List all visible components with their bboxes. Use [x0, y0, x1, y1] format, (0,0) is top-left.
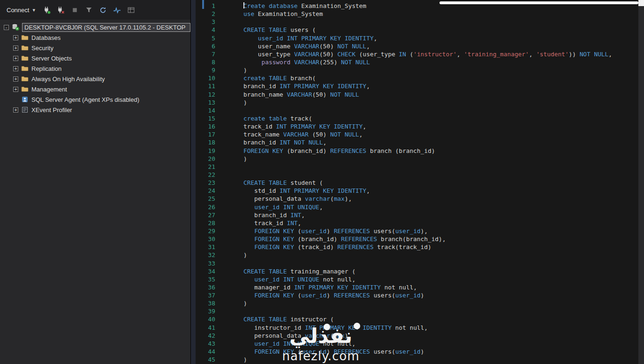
code-lines[interactable]: 1Create database Examination_System2use … — [191, 2, 637, 364]
code-line[interactable]: 12branch_name VARCHAR(50) NOT NULL — [191, 91, 637, 99]
code-line[interactable]: 44 FOREIGN KEY (user_id) REFERENCES user… — [191, 348, 637, 356]
stop-icon[interactable] — [69, 4, 81, 15]
code-line[interactable]: 34CREATE TABLE training_manager ( — [191, 267, 637, 275]
connect-dropdown[interactable]: Connect ▾ — [3, 5, 39, 15]
code-line[interactable]: 2use Examination_System — [191, 10, 637, 18]
code-line[interactable]: 9) — [191, 66, 637, 74]
folder-icon — [21, 54, 29, 62]
code-text: password VARCHAR(255) NOT NULL — [215, 58, 370, 66]
tree-expand-icon[interactable]: + — [13, 87, 18, 92]
disconnect-icon[interactable] — [55, 4, 67, 15]
tree-expand-icon[interactable]: + — [13, 46, 18, 51]
tree-item-xevent-profiler[interactable]: +XEvent Profiler — [0, 105, 190, 115]
tree-item-management[interactable]: +Management — [0, 84, 190, 94]
code-line[interactable]: 20) — [191, 155, 637, 163]
code-line[interactable]: 36 manager_id INT PRIMARY KEY IDENTITY n… — [191, 283, 637, 291]
code-line[interactable]: 5 user_id INT PRIMARY KEY IDENTITY, — [191, 34, 637, 42]
line-number: 43 — [191, 340, 215, 348]
code-line[interactable]: 35 user_id INT UNIQUE not null, — [191, 275, 637, 283]
code-line[interactable]: 7 user_type VARCHAR(50) CHECK (user_type… — [191, 50, 637, 58]
code-line[interactable]: 26 user_id INT UNIQUE, — [191, 203, 637, 211]
code-line[interactable]: 6 user_name VARCHAR(50) NOT NULL, — [191, 42, 637, 50]
code-text: manager_id INT PRIMARY KEY IDENTITY not … — [215, 283, 417, 291]
tree-item-replication[interactable]: +Replication — [0, 63, 190, 74]
code-line[interactable]: 24 std_id INT PRIMARY KEY IDENTITY, — [191, 187, 637, 195]
code-line[interactable]: 3 — [191, 18, 637, 26]
tree-item-label: DESKTOP-8VCBJ0R (SQL Server 17.0.1105.2 … — [22, 23, 190, 32]
code-line[interactable]: 41 instructor_id INT PRIMARY KEY IDENTIT… — [191, 324, 637, 332]
scrollbar-thumb[interactable] — [638, 0, 644, 6]
line-number: 13 — [191, 99, 215, 106]
code-text: branch_name VARCHAR(50) NOT NULL — [215, 91, 359, 99]
code-line[interactable]: 22 — [191, 171, 637, 179]
connect-plug-icon[interactable] — [41, 4, 53, 15]
code-line[interactable]: 43 user_id INT UNIQUE not null, — [191, 340, 637, 348]
activity-monitor-icon[interactable] — [111, 4, 123, 15]
xevent-icon — [21, 106, 29, 114]
code-line[interactable]: 40CREATE TABLE instructor ( — [191, 315, 637, 323]
tree-expand-icon[interactable]: + — [13, 66, 18, 71]
tree-expand-icon[interactable]: + — [13, 107, 18, 113]
tree-collapse-icon[interactable]: - — [4, 25, 9, 30]
code-line[interactable]: 21 — [191, 163, 637, 171]
tree-item-label: SQL Server Agent (Agent XPs disabled) — [31, 96, 139, 103]
code-line[interactable]: 14 — [191, 106, 637, 114]
code-line[interactable]: 45) — [191, 356, 637, 364]
code-line[interactable]: 17track_name VARCHAR (50) NOT NULL, — [191, 130, 637, 138]
tree-expand-icon[interactable]: + — [13, 56, 18, 61]
code-text: CREATE TABLE instructor ( — [215, 315, 334, 323]
code-line[interactable]: 25 personal_data varchar(max), — [191, 195, 637, 203]
script-grid-icon[interactable] — [125, 4, 137, 15]
tree-item-security[interactable]: +Security — [0, 43, 190, 53]
code-line[interactable]: 32) — [191, 251, 637, 259]
watermark-site: nafezly.com — [265, 349, 377, 363]
code-line[interactable]: 16track_id INT PRIMARY KEY IDENTITY, — [191, 122, 637, 130]
code-text — [215, 171, 243, 179]
line-number: 15 — [191, 114, 215, 122]
code-text: create TABLE branch( — [215, 74, 316, 82]
code-line[interactable]: 33 — [191, 259, 637, 267]
code-line[interactable]: 18branch_id INT NOT NULL, — [191, 138, 637, 146]
tree-item-server-objects[interactable]: +Server Objects — [0, 53, 190, 63]
tree-item-always-on-high-availability[interactable]: +Always On High Availability — [0, 74, 190, 84]
code-line[interactable]: 23CREATE TABLE student ( — [191, 179, 637, 187]
tree-expand-icon[interactable]: + — [13, 76, 18, 82]
tree-item-server-root[interactable]: -DESKTOP-8VCBJ0R (SQL Server 17.0.1105.2… — [0, 22, 190, 32]
line-number: 4 — [191, 26, 215, 34]
code-line[interactable]: 27 branch_id INT, — [191, 211, 637, 219]
filter-icon[interactable] — [83, 4, 95, 15]
line-number: 31 — [191, 243, 215, 251]
code-line[interactable]: 42 personal_data varchar(max), — [191, 332, 637, 340]
code-line[interactable]: 19FOREIGN KEY (branch_id) REFERENCES bra… — [191, 147, 637, 155]
code-text: branch_id INT NOT NULL, — [215, 138, 326, 146]
code-line[interactable]: 39 — [191, 307, 637, 315]
code-line[interactable]: 29 FOREIGN KEY (user_id) REFERENCES user… — [191, 227, 637, 235]
agent-icon — [21, 96, 29, 103]
code-line[interactable]: 13) — [191, 99, 637, 106]
sql-editor[interactable]: 1Create database Examination_System2use … — [191, 0, 644, 364]
refresh-icon[interactable] — [97, 4, 109, 15]
code-line[interactable]: 10create TABLE branch( — [191, 74, 637, 82]
code-line[interactable]: 30 FOREIGN KEY (branch_id) REFERENCES br… — [191, 235, 637, 243]
tree-item-label: Server Objects — [31, 55, 72, 62]
code-line[interactable]: 31 FOREIGN KEY (track_id) REFERENCES tra… — [191, 243, 637, 251]
code-line[interactable]: 11branch_id INT PRIMARY KEY IDENTITY, — [191, 82, 637, 90]
code-line[interactable]: 37 FOREIGN KEY (user_id) REFERENCES user… — [191, 291, 637, 299]
tree-item-sql-server-agent-agent-xps-disabled[interactable]: SQL Server Agent (Agent XPs disabled) — [0, 94, 190, 105]
line-number: 38 — [191, 299, 215, 307]
code-text: CREATE TABLE users ( — [215, 26, 316, 34]
tree-item-databases[interactable]: +Databases — [0, 32, 190, 43]
code-line[interactable]: 15create table track( — [191, 114, 637, 122]
line-number: 35 — [191, 275, 215, 283]
folder-icon — [21, 44, 29, 52]
line-number: 23 — [191, 179, 215, 187]
vertical-scrollbar[interactable] — [638, 0, 644, 364]
tree-expand-icon[interactable]: + — [13, 35, 18, 40]
code-line[interactable]: 38) — [191, 299, 637, 307]
code-line[interactable]: 4CREATE TABLE users ( — [191, 26, 637, 34]
code-line[interactable]: 28 track_id INT, — [191, 219, 637, 227]
code-text: track_id INT PRIMARY KEY IDENTITY, — [215, 122, 366, 130]
code-text — [215, 259, 243, 267]
code-line[interactable]: 8 password VARCHAR(255) NOT NULL — [191, 58, 637, 66]
tree-item-label: Replication — [31, 65, 61, 72]
